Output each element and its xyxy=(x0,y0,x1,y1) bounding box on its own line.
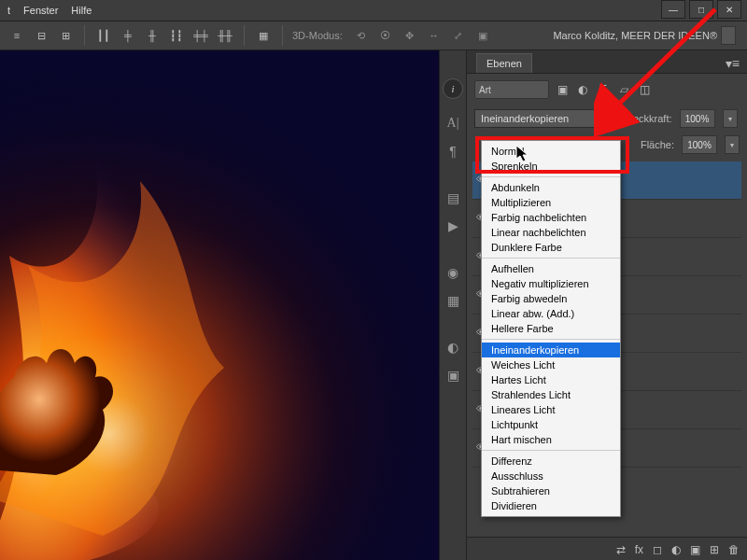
blend-mode-option[interactable]: Negativ multiplizieren xyxy=(482,276,620,291)
swatches-panel-icon[interactable]: ▦ xyxy=(444,291,462,310)
blend-mode-option[interactable]: Multiplizieren xyxy=(482,195,620,210)
blend-mode-option[interactable]: Linear nachbelichten xyxy=(482,225,620,240)
fill-value[interactable]: 100% xyxy=(682,135,717,154)
menu-item-hilfe[interactable]: Hilfe xyxy=(71,5,92,16)
distribute-icon[interactable]: ┇┇ xyxy=(167,26,186,45)
3d-roll-icon[interactable]: ⦿ xyxy=(376,26,395,45)
blend-mode-select[interactable]: Ineinanderkopieren ▴▾ xyxy=(474,109,618,128)
styles-panel-icon[interactable]: ▣ xyxy=(444,366,462,385)
blend-mode-option[interactable]: Farbig abwedeln xyxy=(482,291,620,306)
blend-mode-option[interactable]: Farbig nachbelichten xyxy=(482,210,620,225)
adjust-icon[interactable]: ◐ xyxy=(671,543,681,556)
blend-mode-option[interactable]: Linear abw. (Add.) xyxy=(482,306,620,321)
3d-orbit-icon[interactable]: ⟲ xyxy=(352,26,371,45)
auto-align-icon[interactable]: ▦ xyxy=(254,26,273,45)
mask-icon[interactable]: ◻ xyxy=(653,543,662,556)
blend-mode-option[interactable]: Lichtpunkt xyxy=(482,417,620,432)
distribute-icon[interactable]: ┃┃ xyxy=(94,26,113,45)
3d-zoom-icon[interactable]: ⤢ xyxy=(449,26,468,45)
align-icon[interactable]: ≡ xyxy=(7,26,26,45)
link-layers-icon[interactable]: ⇄ xyxy=(616,543,626,556)
distribute-icon[interactable]: ╪╪ xyxy=(191,26,210,45)
maximize-button[interactable]: □ xyxy=(689,0,713,19)
blend-mode-option[interactable]: Ineinanderkopieren xyxy=(482,343,620,357)
blend-mode-option[interactable]: Hart mischen xyxy=(482,432,620,447)
character-panel-icon[interactable]: A| xyxy=(444,114,462,133)
blend-mode-option[interactable]: Weiches Licht xyxy=(482,357,620,372)
filter-image-icon[interactable]: ▣ xyxy=(555,82,570,97)
3d-camera-icon[interactable]: ▣ xyxy=(473,26,492,45)
blend-mode-option[interactable]: Sprenkeln xyxy=(482,159,620,174)
blend-mode-option[interactable]: Normal xyxy=(482,144,620,159)
panel-menu-icon[interactable]: ▾≡ xyxy=(724,54,741,73)
blend-mode-option[interactable]: Differenz xyxy=(482,454,620,469)
fill-stepper[interactable]: ▾ xyxy=(725,135,740,154)
fx-icon[interactable]: fx xyxy=(635,543,643,556)
filter-adjustment-icon[interactable]: ◐ xyxy=(575,82,590,97)
new-layer-icon[interactable]: ⊞ xyxy=(710,543,719,556)
preset-stepper[interactable] xyxy=(721,26,736,45)
filter-shape-icon[interactable]: ▱ xyxy=(616,82,631,97)
align-icon[interactable]: ⊟ xyxy=(32,26,50,45)
minimize-button[interactable]: — xyxy=(661,0,685,19)
play-icon[interactable]: ▶ xyxy=(444,217,462,235)
layers-footer: ⇄ fx ◻ ◐ ▣ ⊞ 🗑 xyxy=(467,537,747,560)
main-area: i A| ¶ ▤ ▶ ◉ ▦ ◐ ▣ Ebenen ▾≡ ▣ ◐ T xyxy=(0,50,747,560)
blend-mode-option[interactable]: Strahlendes Licht xyxy=(482,387,620,402)
blend-mode-option[interactable]: Ausschluss xyxy=(482,469,620,483)
3d-modus-label: 3D-Modus: xyxy=(292,30,343,41)
3d-pan-icon[interactable]: ✥ xyxy=(401,26,419,45)
adjustments-panel-icon[interactable]: ◐ xyxy=(444,338,462,357)
blend-mode-value: Ineinanderkopieren xyxy=(481,113,569,124)
blend-mode-option[interactable]: Abdunkeln xyxy=(482,180,620,195)
tab-ebenen[interactable]: Ebenen xyxy=(476,53,532,73)
group-icon[interactable]: ▣ xyxy=(690,543,700,556)
chevron-updown-icon: ▴▾ xyxy=(602,114,612,123)
opacity-stepper[interactable]: ▾ xyxy=(723,109,738,128)
trash-icon[interactable]: 🗑 xyxy=(728,543,740,556)
window-controls: — □ ✕ xyxy=(661,0,741,19)
workspace-preset[interactable]: Marco Kolditz, MEER DER IDEEN® xyxy=(530,30,717,41)
panel-icon[interactable]: ▤ xyxy=(444,189,462,207)
fill-label: Fläche: xyxy=(641,139,674,150)
menu-item-fenster[interactable]: Fenster xyxy=(23,5,58,16)
distribute-icon[interactable]: ╫╫ xyxy=(216,26,234,45)
blend-mode-option[interactable]: Hartes Licht xyxy=(482,372,620,387)
close-button[interactable]: ✕ xyxy=(717,0,741,19)
filter-text-icon[interactable]: T xyxy=(596,82,611,97)
blend-mode-option[interactable]: Aufhellen xyxy=(482,261,620,276)
blend-mode-option[interactable]: Lineares Licht xyxy=(482,402,620,417)
filter-smart-icon[interactable]: ◫ xyxy=(637,82,652,97)
canvas-image xyxy=(0,50,439,560)
opacity-label: Deckkraft: xyxy=(626,113,672,124)
3d-slide-icon[interactable]: ↔ xyxy=(425,26,444,45)
blend-mode-option[interactable]: Hellere Farbe xyxy=(482,321,620,336)
menu-bar: t Fenster Hilfe — □ ✕ xyxy=(0,0,747,21)
options-bar: ≡ ⊟ ⊞ ┃┃ ╪ ╫ ┇┇ ╪╪ ╫╫ ▦ 3D-Modus: ⟲ ⦿ ✥ … xyxy=(0,21,747,50)
document-canvas[interactable] xyxy=(0,50,439,560)
opacity-value[interactable]: 100% xyxy=(680,109,715,128)
blend-mode-option[interactable]: Subtrahieren xyxy=(482,483,620,498)
layer-filter-input[interactable] xyxy=(474,80,549,99)
distribute-icon[interactable]: ╪ xyxy=(119,26,137,45)
info-panel-icon[interactable]: i xyxy=(443,78,463,99)
blend-mode-option[interactable]: Dunklere Farbe xyxy=(482,240,620,255)
blend-mode-option[interactable]: Dividieren xyxy=(482,498,620,513)
menu-item[interactable]: t xyxy=(7,5,10,16)
align-icon[interactable]: ⊞ xyxy=(56,26,75,45)
collapsed-panel-strip: i A| ¶ ▤ ▶ ◉ ▦ ◐ ▣ xyxy=(440,50,467,560)
blend-mode-dropdown[interactable]: NormalSprenkelnAbdunkelnMultiplizierenFa… xyxy=(481,140,621,517)
color-panel-icon[interactable]: ◉ xyxy=(444,263,462,282)
distribute-icon[interactable]: ╫ xyxy=(143,26,162,45)
paragraph-panel-icon[interactable]: ¶ xyxy=(444,142,462,161)
